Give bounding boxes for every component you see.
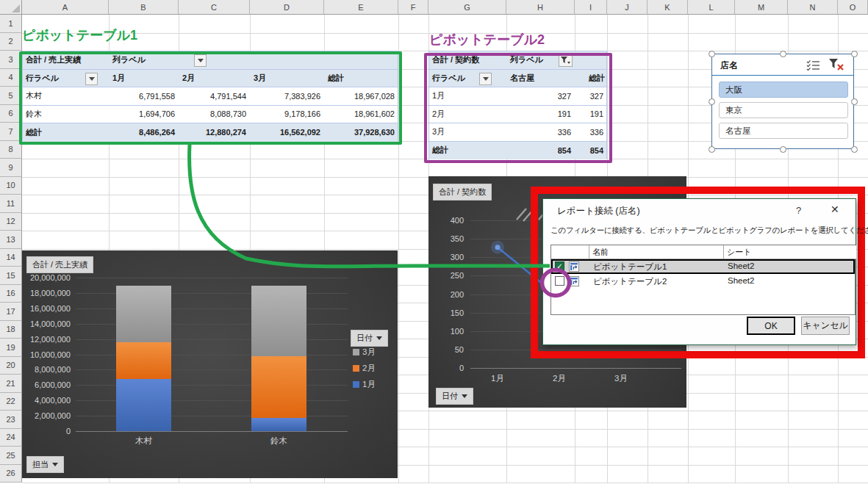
list-header-checkbox-col [551,245,589,259]
column-header-C[interactable]: C [179,0,250,15]
pivot-table-icon [569,261,579,272]
axis-field-button[interactable]: 日付 [436,388,473,405]
value-field-button[interactable]: 合計 / 契約数 [433,184,492,201]
ok-button[interactable]: OK [747,317,795,335]
clear-filter-icon[interactable] [828,58,844,73]
selection-handle[interactable] [709,146,715,153]
column-header-F[interactable]: F [398,0,428,15]
column-header-H[interactable]: H [506,0,575,15]
selection-handle[interactable] [780,51,786,57]
axis-field-button[interactable]: 担当 [26,456,64,473]
selection-handle[interactable] [709,51,715,57]
selection-handle[interactable] [851,51,858,57]
row-header-19[interactable]: 19 [0,339,22,357]
dialog-close-button[interactable]: ✕ [831,203,839,215]
column-header-A[interactable]: A [22,0,109,15]
row-header-20[interactable]: 20 [0,357,22,375]
connection-row-1[interactable]: ✓ピボットテーブル1Sheet2 [551,259,855,274]
row-header-11[interactable]: 11 [0,195,22,213]
y-axis-label: 2,000,000 [22,411,71,420]
row-header-16[interactable]: 16 [0,285,22,303]
dialog-title: レポート接続 (店名) [557,205,640,217]
slicer-title: 店名 [720,59,738,72]
connection-row-2[interactable]: ピボットテーブル2Sheet2 [551,274,855,289]
excel-worksheet: ABCDEFGHIJKLMNO 123456789101112131415161… [0,0,868,484]
row-header-14[interactable]: 14 [0,249,22,267]
legend-swatch-1月[interactable] [353,381,359,388]
row-header-17[interactable]: 17 [0,303,22,321]
column-header-B[interactable]: B [109,0,179,15]
y-axis-label: 6,000,000 [22,380,71,389]
column-header-J[interactable]: J [607,0,648,15]
slicer-item-2[interactable]: 東京 [719,102,848,118]
row-header-18[interactable]: 18 [0,321,22,339]
dialog-instruction: このフィルターに接続する、ピボットテーブルとピボットグラフのレポートを選択してく… [550,225,868,236]
dropdown-arrow-icon [462,394,467,398]
value-field-button[interactable]: 合計 / 売上実績 [26,256,93,273]
row-header-1[interactable]: 1 [0,15,22,33]
dialog-help-button[interactable]: ? [796,205,801,216]
selection-handle[interactable] [780,146,786,153]
connections-list[interactable]: 名前シート✓ピボットテーブル1Sheet2ピボットテーブル2Sheet2 [550,245,856,315]
legend-label-2月[interactable]: 2月 [362,363,376,374]
row-header-10[interactable]: 10 [0,177,22,195]
y-axis-label: 4,000,000 [22,396,71,405]
y-axis-label: 14,000,000 [22,319,71,328]
selection-handle[interactable] [709,98,715,105]
annotation-green-rectangle [19,51,402,145]
column-header-G[interactable]: G [428,0,506,15]
connection-name: ピボットテーブル2 [593,276,667,287]
bar-segment-3月[interactable] [251,286,306,356]
bar-segment-3月[interactable] [116,286,171,342]
bar-segment-1月[interactable] [116,379,171,431]
column-header-K[interactable]: K [648,0,688,15]
y-axis-label: 10,000,000 [22,350,71,359]
legend-swatch-3月[interactable] [353,349,359,355]
bar-segment-1月[interactable] [251,418,306,431]
row-header-24[interactable]: 24 [0,429,22,447]
row-header-13[interactable]: 13 [0,231,22,249]
row-header-15[interactable]: 15 [0,267,22,285]
column-header-D[interactable]: D [250,0,324,15]
legend-label-3月[interactable]: 3月 [362,347,376,358]
selection-handle[interactable] [851,146,858,153]
legend-swatch-2月[interactable] [353,365,359,372]
row-header-21[interactable]: 21 [0,375,22,393]
slicer-item-3[interactable]: 名古屋 [719,123,848,139]
column-header-O[interactable]: O [838,0,868,15]
select-all-corner[interactable] [0,0,22,15]
category-label: 鈴木 [251,436,306,447]
legend-field-button[interactable]: 日付 [351,330,388,347]
row-header-25[interactable]: 25 [0,447,22,465]
slicer-item-1[interactable]: 大阪 [719,82,848,98]
row-header-23[interactable]: 23 [0,411,22,429]
multi-select-icon[interactable] [806,59,820,72]
column-header-M[interactable]: M [735,0,788,15]
legend-label-1月[interactable]: 1月 [362,379,376,390]
row-header-22[interactable]: 22 [0,393,22,411]
bar-segment-2月[interactable] [116,342,171,379]
selection-handle[interactable] [851,98,858,105]
y-axis-label: 12,000,000 [22,335,71,344]
list-header-name: 名前 [589,245,724,259]
selected-data-point[interactable] [495,245,501,250]
cancel-button[interactable]: キャンセル [801,317,850,335]
bar-segment-2月[interactable] [251,356,306,419]
annotation-purple-rectangle [424,53,612,163]
pivot1-title: ピボットテーブル1 [22,26,137,44]
row-header-9[interactable]: 9 [0,159,22,177]
pivot-chart-sales[interactable]: 20,000,00018,000,00016,000,00014,000,000… [22,250,398,478]
column-header-I[interactable]: I [575,0,607,15]
row-header-2[interactable]: 2 [0,33,22,51]
column-header-L[interactable]: L [688,0,735,15]
column-header-E[interactable]: E [324,0,398,15]
column-header-N[interactable]: N [788,0,838,15]
connection-sheet: Sheet2 [728,261,754,270]
connection-checkbox-1[interactable]: ✓ [555,261,564,271]
pivot-table-icon [569,276,579,286]
row-header-12[interactable]: 12 [0,213,22,231]
row-header-26[interactable]: 26 [0,465,22,483]
y-axis-label: 18,000,000 [22,289,71,297]
slicer-shop-name[interactable]: 店名 大阪東京名古屋 [711,54,854,149]
connection-checkbox-2[interactable] [555,276,564,286]
